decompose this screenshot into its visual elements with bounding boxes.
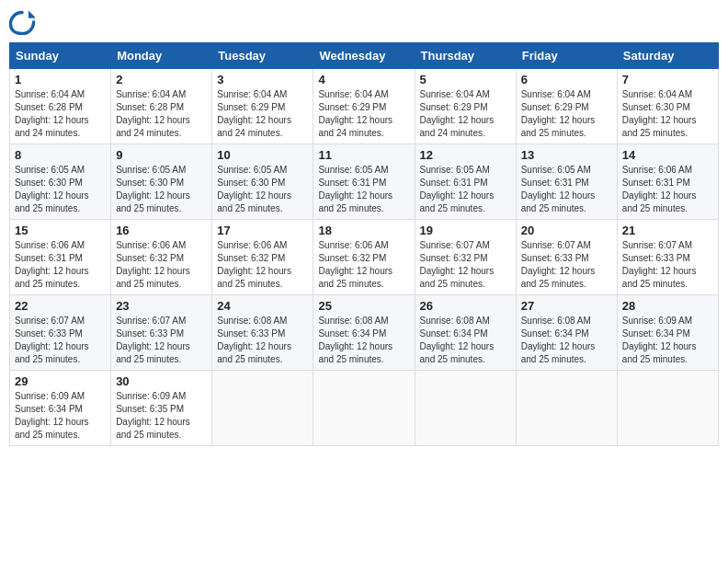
day-number: 11 [318,148,409,162]
day-cell: 28Sunrise: 6:09 AM Sunset: 6:34 PM Dayli… [617,295,718,371]
day-info: Sunrise: 6:04 AM Sunset: 6:30 PM Dayligh… [622,88,713,140]
day-number: 2 [116,73,207,86]
day-info: Sunrise: 6:06 AM Sunset: 6:31 PM Dayligh… [15,239,106,291]
day-info: Sunrise: 6:05 AM Sunset: 6:30 PM Dayligh… [217,164,308,215]
day-info: Sunrise: 6:08 AM Sunset: 6:34 PM Dayligh… [420,315,511,366]
day-cell: 19Sunrise: 6:07 AM Sunset: 6:32 PM Dayli… [415,220,516,295]
day-cell: 12Sunrise: 6:05 AM Sunset: 6:31 PM Dayli… [415,144,516,220]
day-number: 24 [217,299,308,313]
day-info: Sunrise: 6:09 AM Sunset: 6:34 PM Dayligh… [622,315,713,366]
day-cell [516,371,617,446]
day-cell: 10Sunrise: 6:05 AM Sunset: 6:30 PM Dayli… [212,144,313,220]
day-number: 1 [15,73,106,86]
day-info: Sunrise: 6:07 AM Sunset: 6:33 PM Dayligh… [15,315,106,366]
day-info: Sunrise: 6:04 AM Sunset: 6:28 PM Dayligh… [15,88,106,140]
day-info: Sunrise: 6:05 AM Sunset: 6:31 PM Dayligh… [420,164,511,215]
day-cell: 8Sunrise: 6:05 AM Sunset: 6:30 PM Daylig… [10,144,111,220]
week-row-3: 15Sunrise: 6:06 AM Sunset: 6:31 PM Dayli… [10,220,719,295]
day-cell: 3Sunrise: 6:04 AM Sunset: 6:29 PM Daylig… [212,69,313,144]
day-cell: 7Sunrise: 6:04 AM Sunset: 6:30 PM Daylig… [617,69,718,144]
header [9,9,719,35]
day-cell: 29Sunrise: 6:09 AM Sunset: 6:34 PM Dayli… [10,371,111,446]
day-info: Sunrise: 6:05 AM Sunset: 6:31 PM Dayligh… [318,164,409,215]
day-cell: 18Sunrise: 6:06 AM Sunset: 6:32 PM Dayli… [313,220,415,295]
page: SundayMondayTuesdayWednesdayThursdayFrid… [9,9,719,446]
day-number: 25 [318,299,409,313]
day-cell: 27Sunrise: 6:08 AM Sunset: 6:34 PM Dayli… [516,295,617,371]
day-info: Sunrise: 6:08 AM Sunset: 6:34 PM Dayligh… [521,315,612,366]
day-number: 6 [521,73,612,86]
day-cell: 22Sunrise: 6:07 AM Sunset: 6:33 PM Dayli… [10,295,111,371]
week-row-2: 8Sunrise: 6:05 AM Sunset: 6:30 PM Daylig… [10,144,719,220]
svg-marker-0 [28,10,35,17]
weekday-tuesday: Tuesday [212,43,313,69]
day-cell: 1Sunrise: 6:04 AM Sunset: 6:28 PM Daylig… [10,69,111,144]
day-cell: 11Sunrise: 6:05 AM Sunset: 6:31 PM Dayli… [313,144,415,220]
day-info: Sunrise: 6:07 AM Sunset: 6:33 PM Dayligh… [622,239,713,291]
day-cell: 20Sunrise: 6:07 AM Sunset: 6:33 PM Dayli… [516,220,617,295]
day-number: 19 [420,224,511,237]
day-info: Sunrise: 6:06 AM Sunset: 6:32 PM Dayligh… [318,239,409,291]
day-cell: 2Sunrise: 6:04 AM Sunset: 6:28 PM Daylig… [111,69,212,144]
day-number: 8 [15,148,106,162]
day-number: 27 [521,299,612,313]
day-cell: 17Sunrise: 6:06 AM Sunset: 6:32 PM Dayli… [212,220,313,295]
weekday-header-row: SundayMondayTuesdayWednesdayThursdayFrid… [10,43,719,69]
weekday-sunday: Sunday [10,43,111,69]
day-number: 7 [622,73,713,86]
day-cell: 15Sunrise: 6:06 AM Sunset: 6:31 PM Dayli… [10,220,111,295]
weekday-saturday: Saturday [617,43,718,69]
day-cell: 14Sunrise: 6:06 AM Sunset: 6:31 PM Dayli… [617,144,718,220]
day-cell [212,371,313,446]
day-cell: 16Sunrise: 6:06 AM Sunset: 6:32 PM Dayli… [111,220,212,295]
day-info: Sunrise: 6:07 AM Sunset: 6:33 PM Dayligh… [521,239,612,291]
day-info: Sunrise: 6:05 AM Sunset: 6:31 PM Dayligh… [521,164,612,215]
week-row-1: 1Sunrise: 6:04 AM Sunset: 6:28 PM Daylig… [10,69,719,144]
day-number: 15 [15,224,106,237]
day-number: 5 [420,73,511,86]
day-number: 3 [217,73,308,86]
week-row-4: 22Sunrise: 6:07 AM Sunset: 6:33 PM Dayli… [10,295,719,371]
day-number: 28 [622,299,713,313]
day-number: 20 [521,224,612,237]
day-info: Sunrise: 6:04 AM Sunset: 6:29 PM Dayligh… [420,88,511,140]
day-info: Sunrise: 6:04 AM Sunset: 6:28 PM Dayligh… [116,88,207,140]
day-info: Sunrise: 6:08 AM Sunset: 6:33 PM Dayligh… [217,315,308,366]
day-info: Sunrise: 6:06 AM Sunset: 6:32 PM Dayligh… [116,239,207,291]
day-cell: 30Sunrise: 6:09 AM Sunset: 6:35 PM Dayli… [111,371,212,446]
day-cell: 9Sunrise: 6:05 AM Sunset: 6:30 PM Daylig… [111,144,212,220]
day-cell: 6Sunrise: 6:04 AM Sunset: 6:29 PM Daylig… [516,69,617,144]
day-cell: 21Sunrise: 6:07 AM Sunset: 6:33 PM Dayli… [617,220,718,295]
day-number: 4 [318,73,409,86]
day-info: Sunrise: 6:04 AM Sunset: 6:29 PM Dayligh… [318,88,409,140]
weekday-wednesday: Wednesday [313,43,415,69]
calendar: SundayMondayTuesdayWednesdayThursdayFrid… [9,42,719,446]
day-info: Sunrise: 6:06 AM Sunset: 6:31 PM Dayligh… [622,164,713,215]
day-number: 30 [116,374,207,388]
day-info: Sunrise: 6:05 AM Sunset: 6:30 PM Dayligh… [15,164,106,215]
day-number: 17 [217,224,308,237]
weekday-monday: Monday [111,43,212,69]
day-number: 29 [15,374,106,388]
day-number: 9 [116,148,207,162]
day-info: Sunrise: 6:07 AM Sunset: 6:33 PM Dayligh… [116,315,207,366]
day-number: 23 [116,299,207,313]
day-cell: 23Sunrise: 6:07 AM Sunset: 6:33 PM Dayli… [111,295,212,371]
day-cell: 5Sunrise: 6:04 AM Sunset: 6:29 PM Daylig… [415,69,516,144]
week-row-5: 29Sunrise: 6:09 AM Sunset: 6:34 PM Dayli… [10,371,719,446]
day-number: 22 [15,299,106,313]
day-number: 21 [622,224,713,237]
weekday-friday: Friday [516,43,617,69]
day-cell: 24Sunrise: 6:08 AM Sunset: 6:33 PM Dayli… [212,295,313,371]
day-info: Sunrise: 6:04 AM Sunset: 6:29 PM Dayligh… [217,88,308,140]
day-info: Sunrise: 6:09 AM Sunset: 6:35 PM Dayligh… [116,390,207,442]
day-number: 12 [420,148,511,162]
day-info: Sunrise: 6:04 AM Sunset: 6:29 PM Dayligh… [521,88,612,140]
day-number: 26 [420,299,511,313]
day-info: Sunrise: 6:08 AM Sunset: 6:34 PM Dayligh… [318,315,409,366]
day-cell: 4Sunrise: 6:04 AM Sunset: 6:29 PM Daylig… [313,69,415,144]
day-info: Sunrise: 6:05 AM Sunset: 6:30 PM Dayligh… [116,164,207,215]
day-number: 18 [318,224,409,237]
day-number: 14 [622,148,713,162]
day-cell [617,371,718,446]
